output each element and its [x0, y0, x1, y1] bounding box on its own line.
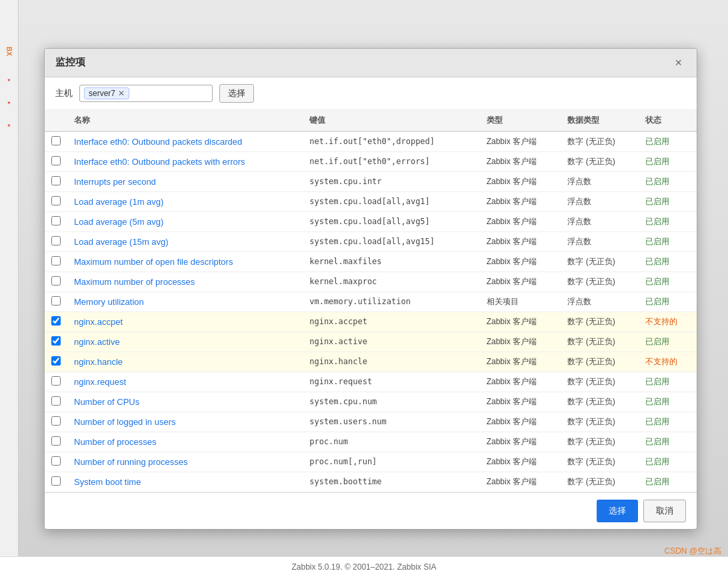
row-dtype-cell: 数字 (无正负)	[561, 372, 639, 392]
row-checkbox-cell	[45, 171, 67, 191]
row-name-link[interactable]: nginx.accpet	[74, 317, 123, 327]
row-checkbox-cell	[45, 332, 67, 352]
monitor-items-dialog: 监控项 × 主机 server7 ✕ 选择 名称 键值	[44, 48, 697, 530]
host-tag[interactable]: server7 ✕	[84, 87, 129, 99]
row-name-link[interactable]: Interface eth0: Outbound packets discard…	[74, 137, 242, 147]
table-row[interactable]: Load average (1m avg)system.cpu.load[all…	[45, 191, 697, 211]
col-dtype: 数据类型	[561, 110, 639, 131]
row-name-link[interactable]: nginx.active	[74, 337, 120, 347]
table-row[interactable]: Number of processesproc.numZabbix 客户端数字 …	[45, 432, 697, 452]
table-row[interactable]: nginx.hanclenginx.hancleZabbix 客户端数字 (无正…	[45, 352, 697, 372]
dialog-title: 监控项	[55, 56, 85, 69]
row-name-link[interactable]: Maximum number of open file descriptors	[74, 257, 233, 267]
row-checkbox[interactable]	[51, 436, 61, 446]
row-checkbox[interactable]	[51, 156, 61, 165]
row-name-link[interactable]: nginx.request	[74, 377, 126, 387]
dialog-close-button[interactable]: ×	[671, 55, 686, 70]
cancel-button[interactable]: 取消	[643, 500, 686, 522]
host-tag-close-icon[interactable]: ✕	[118, 89, 125, 98]
table-row[interactable]: System boot timesystem.boottimeZabbix 客户…	[45, 472, 697, 492]
status-badge: 已启用	[645, 177, 669, 186]
row-key-cell: nginx.hancle	[303, 352, 479, 372]
row-checkbox[interactable]	[51, 216, 61, 225]
row-type-cell: Zabbix 客户端	[480, 191, 561, 211]
row-name-link[interactable]: Memory utilization	[74, 297, 144, 307]
table-row[interactable]: nginx.requestnginx.requestZabbix 客户端数字 (…	[45, 372, 697, 392]
row-name-link[interactable]: Interface eth0: Outbound packets with er…	[74, 157, 245, 167]
row-key-cell: system.users.num	[303, 412, 479, 432]
row-name-link[interactable]: Number of processes	[74, 437, 157, 447]
table-row[interactable]: Load average (15m avg)system.cpu.load[al…	[45, 231, 697, 251]
row-status-cell: 已启用	[639, 171, 697, 191]
row-status-cell: 已启用	[639, 332, 697, 352]
table-row[interactable]: nginx.activenginx.activeZabbix 客户端数字 (无正…	[45, 332, 697, 352]
row-name-link[interactable]: Load average (5m avg)	[74, 217, 163, 227]
row-checkbox[interactable]	[51, 316, 61, 326]
row-key-cell: system.cpu.num	[303, 392, 479, 412]
host-select-button[interactable]: 选择	[219, 84, 254, 103]
row-dtype-cell: 数字 (无正负)	[561, 271, 639, 292]
row-checkbox-cell	[45, 352, 67, 372]
row-checkbox[interactable]	[51, 296, 61, 306]
row-status-cell: 已启用	[639, 191, 697, 211]
row-checkbox[interactable]	[51, 256, 61, 265]
table-row[interactable]: Interface eth0: Outbound packets with er…	[45, 151, 697, 171]
row-checkbox[interactable]	[51, 416, 61, 426]
status-badge: 已启用	[645, 377, 669, 386]
row-status-cell: 已启用	[639, 251, 697, 271]
table-row[interactable]: Number of logged in userssystem.users.nu…	[45, 412, 697, 432]
table-row[interactable]: Interrupts per secondsystem.cpu.intrZabb…	[45, 171, 697, 191]
row-dtype-cell: 数字 (无正负)	[561, 452, 639, 472]
status-badge: 已启用	[645, 197, 669, 206]
row-checkbox[interactable]	[51, 136, 61, 145]
row-checkbox-cell	[45, 452, 67, 472]
table-row[interactable]: Maximum number of open file descriptorsk…	[45, 251, 697, 271]
row-checkbox[interactable]	[51, 196, 61, 205]
row-status-cell: 已启用	[639, 472, 697, 492]
row-name-link[interactable]: Number of running processes	[74, 457, 188, 467]
row-name-link[interactable]: Load average (1m avg)	[74, 197, 163, 207]
row-type-cell: Zabbix 客户端	[480, 412, 561, 432]
row-name-link[interactable]: Number of logged in users	[74, 417, 175, 427]
table-row[interactable]: Load average (5m avg)system.cpu.load[all…	[45, 211, 697, 231]
row-name-cell: Interrupts per second	[67, 171, 303, 191]
row-checkbox[interactable]	[51, 176, 61, 185]
bx-label: BX	[5, 47, 13, 56]
table-row[interactable]: Number of running processesproc.num[,run…	[45, 452, 697, 472]
row-checkbox[interactable]	[51, 376, 61, 386]
row-checkbox[interactable]	[51, 456, 61, 466]
status-badge: 已启用	[645, 137, 669, 146]
row-key-cell: system.cpu.load[all,avg1]	[303, 191, 479, 211]
status-badge: 已启用	[645, 397, 669, 406]
col-name: 名称	[67, 110, 303, 131]
row-checkbox[interactable]	[51, 336, 61, 346]
row-checkbox[interactable]	[51, 476, 61, 486]
row-type-cell: Zabbix 客户端	[480, 352, 561, 372]
zabbix-footer: Zabbix 5.0.19. © 2001–2021. Zabbix SIA	[0, 556, 728, 577]
table-row[interactable]: Maximum number of processeskernel.maxpro…	[45, 271, 697, 292]
row-checkbox[interactable]	[51, 236, 61, 245]
table-row[interactable]: nginx.accpetnginx.accpetZabbix 客户端数字 (无正…	[45, 312, 697, 332]
row-checkbox[interactable]	[51, 276, 61, 285]
row-dtype-cell: 浮点数	[561, 231, 639, 251]
row-checkbox[interactable]	[51, 356, 61, 366]
row-name-cell: System boot time	[67, 472, 303, 492]
row-name-link[interactable]: Load average (15m avg)	[74, 237, 169, 247]
row-name-link[interactable]: System boot time	[74, 477, 141, 487]
row-name-link[interactable]: nginx.hancle	[74, 357, 123, 367]
row-dtype-cell: 数字 (无正负)	[561, 131, 639, 152]
table-row[interactable]: Number of CPUssystem.cpu.numZabbix 客户端数字…	[45, 392, 697, 412]
row-dtype-cell: 数字 (无正负)	[561, 332, 639, 352]
row-name-cell: Interface eth0: Outbound packets with er…	[67, 151, 303, 171]
status-badge: 不支持的	[645, 317, 677, 326]
row-checkbox[interactable]	[51, 396, 61, 406]
row-name-link[interactable]: Maximum number of processes	[74, 277, 195, 287]
table-row[interactable]: Interface eth0: Outbound packets discard…	[45, 131, 697, 152]
row-name-link[interactable]: Number of CPUs	[74, 397, 139, 407]
row-key-cell: vm.memory.utilization	[303, 292, 479, 312]
confirm-select-button[interactable]: 选择	[597, 500, 638, 522]
row-checkbox-cell	[45, 392, 67, 412]
table-row[interactable]: Memory utilizationvm.memory.utilization相…	[45, 292, 697, 312]
row-name-link[interactable]: Interrupts per second	[74, 177, 156, 187]
row-type-cell: Zabbix 客户端	[480, 452, 561, 472]
